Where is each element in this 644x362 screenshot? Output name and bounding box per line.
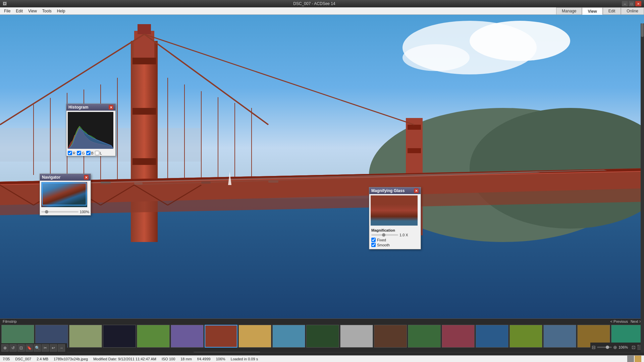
- thumbnail-4[interactable]: [103, 325, 136, 348]
- magnify-slider-row: 1.0 X: [371, 233, 419, 237]
- svg-rect-16: [408, 125, 421, 130]
- smooth-checkbox[interactable]: [371, 243, 376, 247]
- histogram-l-checkbox[interactable]: L: [95, 151, 102, 155]
- bottom-tool-2[interactable]: ↺: [9, 344, 17, 352]
- histogram-checkboxes: R G B L: [66, 150, 115, 156]
- magnifying-glass-panel: Magnifying Glass ✕ Magnification 1.0 X F…: [369, 187, 421, 249]
- svg-rect-17: [408, 148, 421, 153]
- menu-help[interactable]: Help: [54, 8, 68, 14]
- histogram-close-button[interactable]: ✕: [109, 105, 113, 110]
- histogram-g-label: G: [82, 151, 85, 155]
- filmstrip-navigation: < Previous Next >: [610, 319, 641, 323]
- thumbnails-strip: [0, 324, 644, 349]
- menu-bar: File Edit View Tools Help: [0, 7, 644, 15]
- zoom-in-icon[interactable]: ⊕: [613, 345, 617, 350]
- filmstrip-label: Filmstrip < Previous Next >: [0, 319, 644, 324]
- menu-tools[interactable]: Tools: [40, 8, 54, 14]
- thumbnail-9[interactable]: [272, 325, 305, 348]
- zoom-out-icon[interactable]: ⊟: [592, 345, 596, 350]
- navigator-zoom-thumb[interactable]: [45, 210, 48, 214]
- magnification-slider[interactable]: [371, 234, 398, 236]
- histogram-b-checkbox[interactable]: B: [86, 151, 94, 155]
- minimize-button[interactable]: –: [622, 1, 628, 6]
- close-button[interactable]: ✕: [635, 1, 641, 6]
- edit-mode-button[interactable]: Edit: [603, 7, 621, 15]
- main-image[interactable]: [0, 15, 644, 318]
- filmstrip-area: Filmstrip < Previous Next >: [0, 318, 644, 352]
- navigator-panel: Navigator ✕ 100%: [40, 174, 91, 216]
- magnification-label: Magnification: [371, 228, 419, 232]
- filmstrip-next-button[interactable]: Next >: [631, 319, 641, 323]
- zoom-controls: ⊟ ⊕ 106% ⊡ ⬛: [590, 343, 644, 352]
- thumbnail-17[interactable]: [543, 325, 576, 348]
- bottom-tool-6[interactable]: ✂: [42, 344, 49, 352]
- main-scrollbar[interactable]: [641, 23, 644, 352]
- title-bar: 🖼 DSC_007 - ACDSee 14 – □ ✕: [0, 0, 644, 7]
- bottom-tool-8[interactable]: →: [58, 344, 65, 352]
- magnify-panel-header[interactable]: Magnifying Glass ✕: [369, 187, 421, 194]
- navigator-close-button[interactable]: ✕: [84, 175, 89, 180]
- smooth-checkbox-row: Smooth: [371, 243, 419, 247]
- view-mode-button[interactable]: View: [582, 7, 602, 15]
- bottom-tool-7[interactable]: ↩: [50, 344, 57, 352]
- thumbnail-8[interactable]: [238, 325, 271, 348]
- maximize-button[interactable]: □: [629, 1, 635, 6]
- manage-mode-button[interactable]: Manage: [556, 7, 582, 15]
- thumbnail-10[interactable]: [306, 325, 339, 348]
- thumbnail-15[interactable]: [476, 325, 508, 348]
- thumbnail-12[interactable]: [374, 325, 407, 348]
- bottom-tool-3[interactable]: ⊡: [17, 344, 25, 352]
- status-index: 7/35: [3, 357, 10, 361]
- histogram-panel-header[interactable]: Histogram ✕: [66, 104, 115, 111]
- histogram-b-label: B: [91, 151, 94, 155]
- navigator-zoom-value: 100%: [80, 210, 89, 214]
- fixed-label: Fixed: [377, 238, 386, 242]
- histogram-g-checkbox[interactable]: G: [77, 151, 85, 155]
- navigator-preview[interactable]: [41, 182, 87, 207]
- magnification-value: 1.0 X: [399, 233, 408, 237]
- status-zoom: 106%: [216, 357, 225, 361]
- svg-rect-14: [138, 24, 151, 34]
- thumbnail-5[interactable]: [137, 325, 170, 348]
- thumbnail-3[interactable]: [69, 325, 102, 348]
- histogram-l-input[interactable]: [95, 151, 99, 155]
- zoom-percent-display: 106%: [619, 345, 630, 349]
- menu-file[interactable]: File: [1, 8, 13, 14]
- svg-rect-11: [132, 108, 156, 115]
- histogram-b-input[interactable]: [86, 151, 91, 155]
- histogram-g-input[interactable]: [77, 151, 81, 155]
- online-mode-button[interactable]: Online: [621, 7, 644, 15]
- main-image-area: Histogram ✕ R G B: [0, 15, 644, 318]
- thumbnail-16[interactable]: [509, 325, 542, 348]
- color-swatches: [627, 356, 641, 362]
- thumbnail-14[interactable]: [442, 325, 475, 348]
- thumbnail-11[interactable]: [340, 325, 373, 348]
- magnify-close-button[interactable]: ✕: [414, 188, 419, 193]
- magnify-preview-image: [371, 195, 418, 226]
- bottom-tool-5[interactable]: 🔍: [34, 344, 41, 352]
- zoom-slider[interactable]: [597, 347, 612, 348]
- histogram-r-input[interactable]: [68, 151, 72, 155]
- mode-buttons: Manage View Edit Online: [556, 7, 644, 15]
- magnify-preview[interactable]: [371, 195, 418, 226]
- bottom-tool-1[interactable]: ⊕: [1, 344, 9, 352]
- navigator-panel-header[interactable]: Navigator ✕: [40, 174, 91, 181]
- histogram-r-checkbox[interactable]: R: [68, 151, 75, 155]
- navigator-zoom-slider[interactable]: [41, 211, 78, 213]
- menu-edit[interactable]: Edit: [13, 8, 25, 14]
- svg-point-3: [402, 44, 470, 71]
- thumbnail-6[interactable]: [171, 325, 204, 348]
- thumbnail-13[interactable]: [408, 325, 441, 348]
- thumbnail-7[interactable]: [205, 325, 237, 348]
- magnification-slider-thumb[interactable]: [382, 233, 385, 237]
- menu-view[interactable]: View: [25, 8, 40, 14]
- fit-icon[interactable]: ⊡: [632, 345, 636, 350]
- app-icon: 🖼: [3, 1, 7, 6]
- filmstrip-previous-button[interactable]: < Previous: [610, 319, 628, 323]
- main-scrollbar-thumb[interactable]: [641, 23, 644, 37]
- zoom-slider-thumb[interactable]: [606, 346, 609, 349]
- status-filesize: 2.4 MB: [37, 357, 48, 361]
- fixed-checkbox[interactable]: [371, 238, 376, 242]
- magnify-title: Magnifying Glass: [371, 188, 405, 193]
- bottom-tool-4[interactable]: 🔖: [25, 344, 33, 352]
